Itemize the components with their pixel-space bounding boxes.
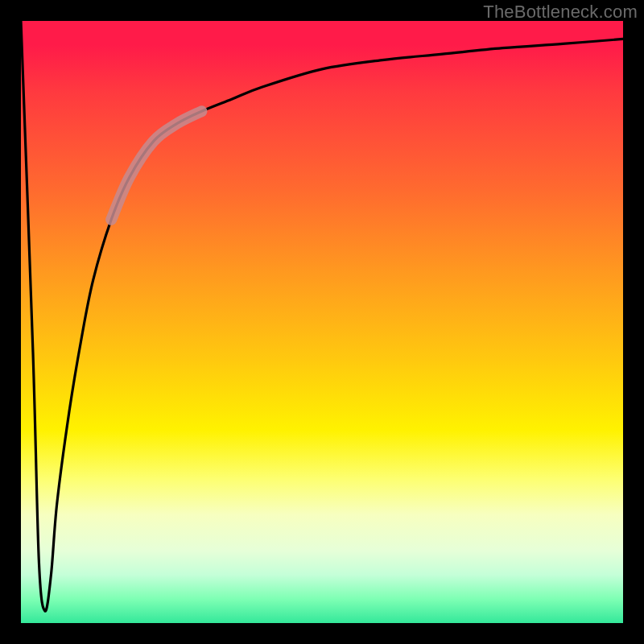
watermark-text: TheBottleneck.com: [483, 2, 638, 23]
plot-area: [21, 21, 623, 623]
chart-frame: TheBottleneck.com: [0, 0, 644, 644]
bottleneck-curve-path: [21, 21, 623, 611]
highlight-segment-path: [111, 111, 201, 220]
curve-svg: [21, 21, 623, 623]
